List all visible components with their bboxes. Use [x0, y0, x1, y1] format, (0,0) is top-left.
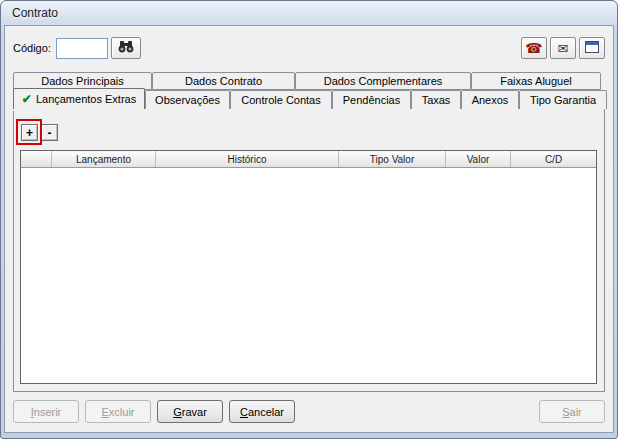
tab-label: Observações: [155, 94, 220, 106]
check-icon: ✔: [22, 92, 32, 106]
form-window-icon: [585, 41, 599, 55]
tab-observacoes[interactable]: Observações: [145, 90, 230, 109]
window-title: Contrato: [12, 6, 58, 20]
grid-column-lancamento: Lançamento: [52, 151, 156, 167]
tab-label: Controle Contas: [241, 94, 321, 106]
tab-label: Pendências: [343, 94, 401, 106]
tab-control: Dados Principais Dados Contrato Dados Co…: [13, 72, 605, 109]
dialog-client-area: Código: ☎: [4, 25, 614, 433]
tab-dados-contrato[interactable]: Dados Contrato: [152, 72, 295, 90]
gravar-button[interactable]: Gravar: [157, 400, 223, 423]
binoculars-icon: [117, 40, 135, 56]
grid-column-tipo-valor: Tipo Valor: [339, 151, 446, 167]
search-button[interactable]: [111, 37, 141, 59]
tab-label: Dados Contrato: [185, 75, 262, 87]
add-button[interactable]: +: [21, 124, 38, 141]
tab-label: Lançamentos Extras: [36, 93, 136, 105]
tab-tipo-garantia[interactable]: Tipo Garantia: [519, 90, 607, 109]
tab-label: Dados Complementares: [324, 75, 443, 87]
grid-column-cd: C/D: [511, 151, 596, 167]
grid-indicator-column: [21, 151, 52, 167]
contrato-window: Contrato Código:: [0, 0, 618, 439]
lancamentos-extras-panel: + - Lançamento Histórico Tipo Valor Valo…: [13, 108, 605, 392]
sair-button: Sair: [539, 400, 605, 423]
remove-button[interactable]: -: [41, 124, 58, 141]
grid-header: Lançamento Histórico Tipo Valor Valor C/…: [21, 151, 596, 168]
footer-button-bar: Inserir Excluir Gravar Cancelar Sair: [13, 392, 605, 432]
inserir-button: Inserir: [13, 400, 79, 423]
phone-button[interactable]: ☎: [521, 37, 547, 59]
tab-controle-contas[interactable]: Controle Contas: [230, 90, 332, 109]
titlebar[interactable]: Contrato: [4, 1, 614, 25]
codigo-input[interactable]: [56, 38, 108, 59]
grid-column-valor: Valor: [446, 151, 511, 167]
tab-lancamentos-extras[interactable]: ✔ Lançamentos Extras: [13, 88, 145, 109]
tab-label: Dados Principais: [41, 75, 124, 87]
cancelar-button[interactable]: Cancelar: [229, 400, 295, 423]
lancamentos-grid: Lançamento Histórico Tipo Valor Valor C/…: [20, 150, 597, 384]
excluir-button: Excluir: [85, 400, 151, 423]
phone-icon: ☎: [525, 41, 542, 55]
form-button[interactable]: [579, 37, 605, 59]
codigo-toolbar: Código: ☎: [13, 36, 605, 60]
tab-dados-complementares[interactable]: Dados Complementares: [295, 72, 471, 90]
grid-column-historico: Histórico: [156, 151, 339, 167]
codigo-label: Código:: [13, 42, 51, 54]
tab-label: Tipo Garantia: [530, 94, 596, 106]
tab-label: Faixas Aluguel: [500, 75, 572, 87]
mail-icon: ✉: [558, 42, 569, 55]
tab-faixas-aluguel[interactable]: Faixas Aluguel: [471, 72, 601, 90]
tab-pendencias[interactable]: Pendências: [332, 90, 411, 109]
tab-anexos[interactable]: Anexos: [461, 90, 519, 109]
grid-body[interactable]: [21, 168, 596, 383]
tab-row-2: ✔ Lançamentos Extras Observações Control…: [13, 90, 605, 109]
tab-taxas[interactable]: Taxas: [411, 90, 461, 109]
tab-label: Taxas: [422, 94, 451, 106]
mail-button[interactable]: ✉: [550, 37, 576, 59]
tab-label: Anexos: [472, 94, 509, 106]
